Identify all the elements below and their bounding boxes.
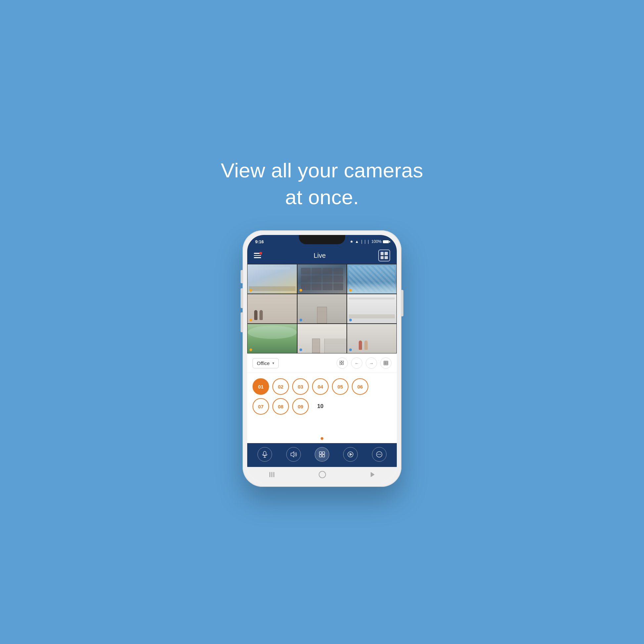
camera-num-07[interactable]: 07 bbox=[253, 398, 269, 415]
app-header: Live bbox=[247, 247, 397, 264]
svg-rect-14 bbox=[322, 452, 325, 454]
power-button bbox=[401, 290, 403, 316]
hamburger-line bbox=[254, 255, 261, 256]
svg-rect-16 bbox=[322, 455, 325, 457]
camera-number-row-1: 01 02 03 04 05 06 bbox=[253, 378, 391, 395]
control-icons-group: ← → bbox=[337, 357, 391, 369]
svg-rect-13 bbox=[319, 452, 322, 454]
camera-status-dot-2 bbox=[299, 289, 302, 292]
home-button[interactable] bbox=[319, 471, 326, 478]
grid-cell bbox=[385, 256, 388, 259]
status-icons: ★ ▲ ❘❘❘ 100% bbox=[350, 239, 389, 244]
nav-grid-button[interactable] bbox=[315, 447, 329, 462]
bluetooth-icon: ★ bbox=[350, 239, 353, 244]
battery-percent: 100% bbox=[371, 239, 382, 244]
svg-point-20 bbox=[378, 454, 378, 455]
svg-rect-9 bbox=[263, 451, 266, 455]
camera-num-10[interactable]: 10 bbox=[312, 398, 329, 415]
svg-rect-0 bbox=[340, 361, 341, 362]
headline-line2: at once. bbox=[285, 186, 359, 208]
camera-cell-9[interactable] bbox=[347, 324, 397, 353]
next-button[interactable]: → bbox=[366, 357, 377, 369]
camera-selector: 01 02 03 04 05 06 07 08 09 10 bbox=[247, 373, 397, 421]
battery-icon bbox=[383, 240, 389, 243]
svg-marker-18 bbox=[350, 453, 352, 456]
headline: View all your cameras at once. bbox=[221, 157, 423, 210]
nav-microphone-button[interactable] bbox=[257, 447, 272, 462]
volume-down-button bbox=[241, 312, 243, 332]
back-button[interactable] bbox=[371, 472, 375, 477]
location-dropdown[interactable]: Office ▾ bbox=[253, 358, 279, 368]
fullscreen-button[interactable] bbox=[380, 357, 391, 369]
controls-bar: Office ▾ ← → bbox=[247, 353, 397, 373]
camera-cell-8[interactable] bbox=[297, 324, 347, 353]
grid-cell bbox=[385, 252, 388, 255]
wifi-icon: ▲ bbox=[355, 239, 359, 244]
hamburger-line bbox=[254, 257, 261, 258]
camera-status-dot-5 bbox=[299, 319, 302, 321]
notch bbox=[299, 235, 345, 244]
nav-volume-button[interactable] bbox=[286, 447, 301, 462]
grid-cell bbox=[381, 256, 384, 259]
hamburger-menu-button[interactable] bbox=[254, 253, 261, 258]
phone-device: 9:16 ★ ▲ ❘❘❘ 100% Live bbox=[243, 230, 401, 487]
camera-cell-5[interactable] bbox=[297, 294, 347, 324]
svg-rect-5 bbox=[385, 362, 386, 363]
walker-figure-1 bbox=[359, 341, 362, 350]
app-title: Live bbox=[314, 252, 326, 259]
location-label: Office bbox=[257, 360, 270, 366]
camera-list-icon[interactable] bbox=[337, 357, 348, 369]
svg-rect-1 bbox=[340, 363, 341, 365]
status-time: 9:16 bbox=[255, 239, 264, 244]
walker-figure-2 bbox=[364, 341, 368, 350]
nav-more-button[interactable] bbox=[372, 447, 387, 462]
svg-rect-7 bbox=[385, 363, 386, 364]
camera-cell-3[interactable] bbox=[347, 264, 397, 294]
svg-rect-15 bbox=[319, 455, 322, 457]
camera-num-01[interactable]: 01 bbox=[253, 378, 269, 395]
hallway-door bbox=[312, 339, 320, 353]
headline-line1: View all your cameras bbox=[221, 159, 423, 182]
camera-num-04[interactable]: 04 bbox=[312, 378, 329, 395]
camera-num-06[interactable]: 06 bbox=[352, 378, 368, 395]
chevron-down-icon: ▾ bbox=[272, 361, 274, 365]
conference-table bbox=[349, 314, 395, 318]
camera-cell-7[interactable] bbox=[247, 324, 297, 353]
camera-num-05[interactable]: 05 bbox=[332, 378, 348, 395]
signal-icon: ❘❘❘ bbox=[360, 239, 370, 244]
camera-grid bbox=[247, 264, 397, 353]
svg-point-22 bbox=[380, 454, 381, 455]
svg-rect-8 bbox=[386, 363, 387, 364]
home-indicator-bar bbox=[247, 467, 397, 482]
phone-screen: 9:16 ★ ▲ ❘❘❘ 100% Live bbox=[247, 235, 397, 482]
recent-apps-button[interactable] bbox=[269, 472, 274, 477]
svg-rect-3 bbox=[342, 363, 344, 365]
camera-status-dot-8 bbox=[299, 348, 302, 351]
page-dot-active bbox=[321, 437, 323, 440]
prev-button[interactable]: ← bbox=[351, 357, 362, 369]
bottom-nav bbox=[247, 443, 397, 467]
camera-cell-1[interactable] bbox=[247, 264, 297, 294]
parking-scene bbox=[301, 268, 344, 290]
layout-toggle-button[interactable] bbox=[378, 250, 390, 261]
camera-cell-6[interactable] bbox=[347, 294, 397, 324]
elevator-door bbox=[317, 307, 327, 323]
nav-playback-button[interactable] bbox=[343, 447, 358, 462]
camera-num-02[interactable]: 02 bbox=[272, 378, 289, 395]
grid-cell bbox=[381, 252, 384, 255]
svg-rect-6 bbox=[386, 362, 387, 363]
camera-num-09[interactable]: 09 bbox=[292, 398, 309, 415]
camera-cell-2[interactable] bbox=[297, 264, 347, 294]
svg-rect-2 bbox=[342, 361, 344, 362]
camera-cell-4[interactable] bbox=[247, 294, 297, 324]
svg-marker-12 bbox=[291, 452, 294, 457]
camera-number-row-2: 07 08 09 10 bbox=[253, 398, 391, 415]
person-figure-1 bbox=[254, 310, 257, 320]
spacer bbox=[247, 421, 397, 434]
page-indicator bbox=[247, 434, 397, 443]
person-figure-2 bbox=[259, 310, 263, 320]
volume-button-left bbox=[241, 270, 243, 283]
camera-num-03[interactable]: 03 bbox=[292, 378, 309, 395]
camera-num-08[interactable]: 08 bbox=[272, 398, 289, 415]
svg-point-21 bbox=[379, 454, 380, 455]
